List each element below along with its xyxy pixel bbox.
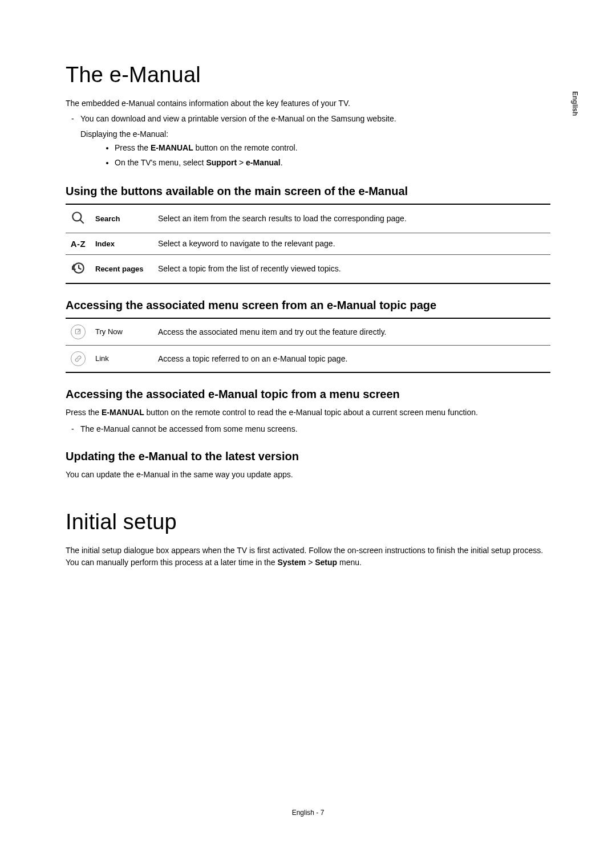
- try-now-icon: [66, 318, 91, 346]
- text: The e-Manual cannot be accessed from som…: [80, 424, 298, 433]
- text: Press the: [115, 143, 151, 152]
- row-desc: Access a topic referred to on an e-Manua…: [153, 345, 550, 372]
- dash-text: You can download and view a printable ve…: [80, 114, 396, 123]
- bold-text: Setup: [315, 558, 337, 567]
- table-row: A-Z Index Select a keyword to navigate t…: [66, 233, 550, 254]
- bold-text: E-MANUAL: [102, 408, 144, 417]
- heading-emanual: The e-Manual: [66, 63, 550, 87]
- row-desc: Select an item from the search results t…: [153, 204, 550, 233]
- text: .: [281, 158, 283, 167]
- row-label: Recent pages: [91, 254, 153, 283]
- section-heading-buttons: Using the buttons available on the main …: [66, 185, 550, 198]
- row-label: Index: [91, 233, 153, 254]
- paragraph: The initial setup dialogue box appears w…: [66, 545, 550, 569]
- row-label: Link: [91, 345, 153, 372]
- index-icon: A-Z: [66, 233, 91, 254]
- text: On the TV's menu, select: [115, 158, 206, 167]
- bold-text: E-MANUAL: [151, 143, 193, 152]
- text: >: [306, 558, 315, 567]
- svg-line-1: [80, 220, 84, 224]
- table-row: Link Access a topic referred to on an e-…: [66, 345, 550, 372]
- link-icon: [66, 345, 91, 372]
- text: button on the remote control to read the…: [144, 408, 478, 417]
- note-list: The e-Manual cannot be accessed from som…: [66, 423, 550, 435]
- page-footer: English - 7: [0, 809, 616, 817]
- bold-text: System: [277, 558, 306, 567]
- search-icon: [66, 204, 91, 233]
- section-heading-from-menu: Accessing the associated e-Manual topic …: [66, 388, 550, 401]
- section-heading-update: Updating the e-Manual to the latest vers…: [66, 450, 550, 463]
- intro-dash-list: You can download and view a printable ve…: [66, 112, 550, 170]
- paragraph: You can update the e-Manual in the same …: [66, 469, 550, 481]
- row-label: Search: [91, 204, 153, 233]
- table-row: Recent pages Select a topic from the lis…: [66, 254, 550, 283]
- dash-item: You can download and view a printable ve…: [74, 112, 550, 170]
- side-language-label: English: [571, 91, 579, 116]
- dash-item: The e-Manual cannot be accessed from som…: [74, 423, 550, 435]
- row-desc: Access the associated menu item and try …: [153, 318, 550, 346]
- intro-text: The embedded e-Manual contains informati…: [66, 98, 550, 109]
- text: button on the remote control.: [193, 143, 298, 152]
- recent-icon: [66, 254, 91, 283]
- row-desc: Select a topic from the list of recently…: [153, 254, 550, 283]
- bullet-item: On the TV's menu, select Support > e-Man…: [115, 156, 550, 170]
- row-desc: Select a keyword to navigate to the rele…: [153, 233, 550, 254]
- bullet-list: Press the E-MANUAL button on the remote …: [80, 141, 550, 169]
- az-text: A-Z: [71, 239, 86, 249]
- svg-point-0: [72, 212, 81, 221]
- dash-subtext: Displaying the e-Manual:: [80, 128, 550, 141]
- table-row: Try Now Access the associated menu item …: [66, 318, 550, 346]
- bold-text: e-Manual: [246, 158, 281, 167]
- section-heading-associated-menu: Accessing the associated menu screen fro…: [66, 299, 550, 312]
- paragraph: Press the E-MANUAL button on the remote …: [66, 407, 550, 419]
- table-row: Search Select an item from the search re…: [66, 204, 550, 233]
- text: >: [237, 158, 246, 167]
- svg-line-4: [78, 330, 80, 332]
- buttons-table: Search Select an item from the search re…: [66, 204, 550, 284]
- row-label: Try Now: [91, 318, 153, 346]
- svg-rect-3: [75, 329, 80, 334]
- associated-table: Try Now Access the associated menu item …: [66, 318, 550, 373]
- heading-initial-setup: Initial setup: [66, 510, 550, 534]
- bullet-item: Press the E-MANUAL button on the remote …: [115, 141, 550, 155]
- bold-text: Support: [206, 158, 237, 167]
- text: menu.: [337, 558, 362, 567]
- text: Press the: [66, 408, 102, 417]
